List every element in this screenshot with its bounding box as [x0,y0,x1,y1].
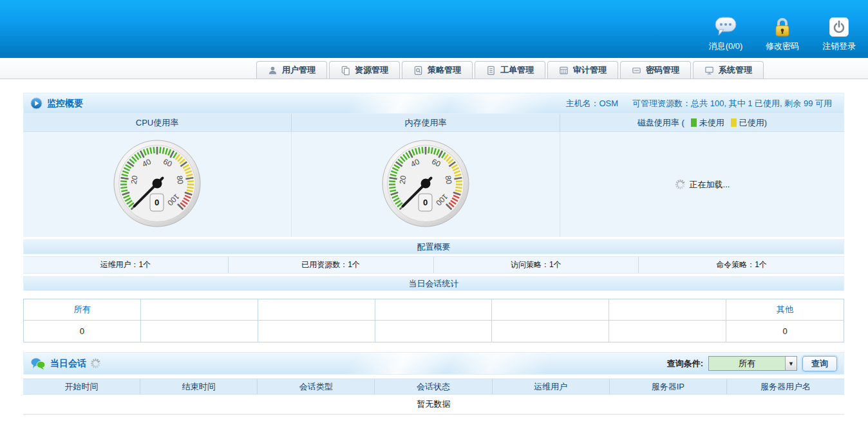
monitor-summary-header: 监控概要 主机名：OSM可管理资源数：总共 100, 其中 1 已使用, 剩余 … [23,93,844,114]
monitor-column-headers: CPU使用率 内存使用率 磁盘使用率 (未使用已使用) [23,114,844,132]
tab-resources[interactable]: 资源管理 [329,61,400,79]
messages-button[interactable]: 消息(0/0) [703,15,748,52]
access-policies-count: 访问策略：1个 [434,257,639,273]
col-end-time: 结束时间 [140,379,258,394]
query-zone: 查询条件: 所有 ▼ 查询 [667,356,837,371]
query-condition-select[interactable]: 所有 ▼ [708,356,797,371]
command-policies-count: 命令策略：1个 [639,257,844,273]
stats-val [609,321,726,342]
tab-label: 系统管理 [719,64,752,76]
disk-loading-cell: 正在加载... [560,132,844,237]
stats-col [375,299,493,321]
change-password-label: 修改密码 [766,41,799,52]
session-stats-header: 当日会话统计 [23,276,844,291]
ops-users-count: 运维用户：1个 [23,257,229,273]
disk-usage-header: 磁盘使用率 (未使用已使用) [560,114,844,131]
user-icon [268,66,278,75]
cpu-gauge: 204060801000 [109,135,205,234]
config-summary-header: 配置概要 [23,239,844,254]
svg-text:20: 20 [398,174,408,185]
used-legend-swatch [731,118,737,127]
monitor-icon [704,66,714,75]
stats-val-all: 0 [24,321,141,342]
password-dots-icon [632,66,641,75]
col-server-ip: 服务器IP [610,379,727,394]
cpu-gauge-cell: 204060801000 [23,132,292,237]
topbar: 消息(0/0) 修改密码 注销登录 [0,0,868,58]
svg-text:20: 20 [129,174,140,185]
session-stats-table: 所有 其他 0 0 [23,299,844,342]
audit-grid-icon [559,66,569,75]
col-session-type: 会话类型 [258,379,375,394]
col-session-status: 会话状态 [375,379,492,394]
host-info: 主机名：OSM可管理资源数：总共 100, 其中 1 已使用, 剩余 99 可用 [565,98,837,109]
spinner-icon [90,358,101,369]
cpu-usage-header: CPU使用率 [23,114,292,131]
main-nav-tabbar: 用户管理 资源管理 策略管理 工单管理 审计管理 [0,58,868,79]
play-icon[interactable] [30,97,42,109]
today-sessions-header: 当日会话 查询条件: 所有 ▼ 查询 [23,352,844,375]
chat-bubbles-icon [30,357,46,370]
today-sessions-title: 当日会话 [50,358,86,370]
tab-policies[interactable]: 策略管理 [402,61,473,79]
tab-workorders[interactable]: 工单管理 [475,61,545,79]
stats-val-other: 0 [726,321,844,342]
memory-gauge-cell: 204060801000 [292,132,560,237]
main-panel: 监控概要 主机名：OSM可管理资源数：总共 100, 其中 1 已使用, 剩余 … [23,93,844,415]
query-condition-label: 查询条件: [667,358,703,370]
tab-label: 工单管理 [500,64,534,76]
logout-button[interactable]: 注销登录 [816,15,862,52]
query-condition-value: 所有 [709,357,785,370]
tab-label: 策略管理 [428,64,461,76]
document-icon [486,66,496,75]
tab-system[interactable]: 系统管理 [693,61,764,79]
message-bubble-icon [713,15,738,39]
stats-col [609,299,726,321]
stats-col-all[interactable]: 所有 [24,299,141,321]
col-start-time: 开始时间 [23,379,140,394]
stats-val [258,321,375,342]
stats-col-other[interactable]: 其他 [726,299,844,321]
col-server-username: 服务器用户名 [727,379,844,394]
stats-col [492,299,609,321]
unused-legend-swatch [691,118,697,127]
tab-label: 用户管理 [282,64,316,76]
policy-search-icon [413,66,423,75]
monitor-gauges-row: 204060801000 204060801000 正在加载... [23,132,844,237]
tab-audit[interactable]: 审计管理 [547,61,618,79]
svg-text:80: 80 [175,175,185,185]
unused-legend-label: 未使用 [699,117,724,129]
monitor-summary-title: 监控概要 [47,98,83,109]
used-resources-count: 已用资源数：1个 [229,257,434,273]
today-sessions-table: 开始时间 结束时间 会话类型 会话状态 运维用户 服务器IP 服务器用户名 暂无… [23,379,844,415]
memory-usage-header: 内存使用率 [292,114,560,131]
lock-icon [772,15,793,39]
chevron-down-icon[interactable]: ▼ [785,357,797,370]
tab-users[interactable]: 用户管理 [256,61,327,79]
change-password-button[interactable]: 修改密码 [760,15,805,52]
stats-col [258,299,375,321]
host-name: 主机名：OSM [565,98,618,108]
col-ops-user: 运维用户 [493,379,610,394]
spinner-icon [675,179,686,190]
stats-val [492,321,609,342]
resource-summary: 可管理资源数：总共 100, 其中 1 已使用, 剩余 99 可用 [632,98,832,108]
topbar-actions: 消息(0/0) 修改密码 注销登录 [703,15,862,52]
clipboard-copy-icon [341,66,350,75]
logout-label: 注销登录 [822,41,856,52]
memory-gauge: 204060801000 [377,135,474,234]
power-icon [829,15,849,39]
used-legend-label: 已使用 [739,117,764,129]
svg-text:0: 0 [155,198,159,207]
tab-label: 审计管理 [573,64,607,76]
tab-label: 资源管理 [355,64,388,76]
loading-text: 正在加载... [690,179,730,191]
stats-col [141,299,258,321]
sessions-table-header-row: 开始时间 结束时间 会话类型 会话状态 运维用户 服务器IP 服务器用户名 [23,379,844,395]
svg-text:80: 80 [443,175,453,185]
messages-label: 消息(0/0) [709,41,743,52]
tab-label: 密码管理 [646,64,679,76]
empty-data-row: 暂无数据 [23,395,844,415]
tab-passwords[interactable]: 密码管理 [620,61,691,79]
query-button[interactable]: 查询 [802,356,837,371]
